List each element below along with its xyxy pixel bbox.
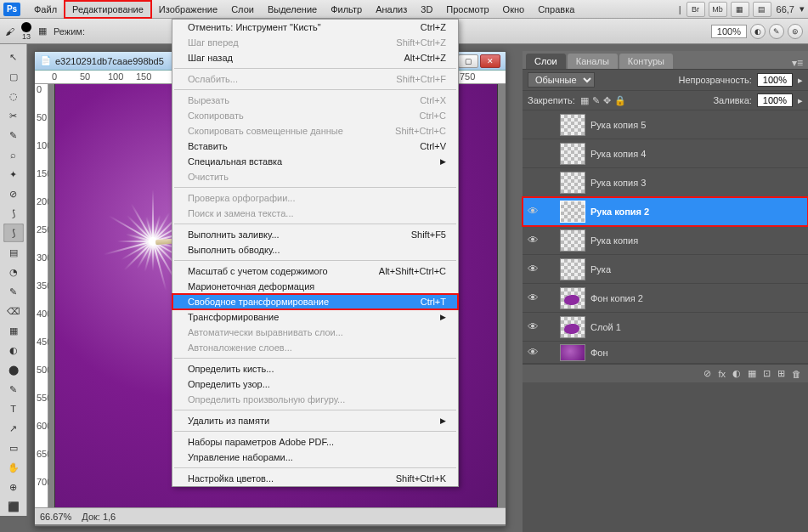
chevron-down-icon[interactable]: ▸ bbox=[798, 95, 803, 106]
layer-thumbnail[interactable] bbox=[560, 258, 585, 280]
tool-19[interactable]: ↗ bbox=[3, 419, 24, 438]
layer-name[interactable]: Рука копия 4 bbox=[590, 149, 646, 159]
layer-name[interactable]: Рука копия bbox=[590, 235, 638, 246]
menu-item[interactable]: Масштаб с учетом содержимогоAlt+Shift+Ct… bbox=[172, 263, 458, 279]
tool-3[interactable]: ✂ bbox=[3, 106, 24, 125]
layer-name[interactable]: Рука копия 2 bbox=[590, 207, 649, 217]
menu-редактирование[interactable]: Редактирование bbox=[64, 0, 152, 19]
zoom-gamut-icon[interactable]: ✎ bbox=[769, 24, 784, 39]
menu-окно[interactable]: Окно bbox=[496, 2, 532, 17]
workspace-button[interactable]: Mb bbox=[709, 2, 727, 17]
layer-row[interactable]: 👁Фон bbox=[523, 342, 808, 364]
layer-name[interactable]: Слой 1 bbox=[590, 322, 621, 332]
layer-row[interactable]: 👁Рука копия 2 bbox=[523, 197, 808, 226]
tool-21[interactable]: ✋ bbox=[3, 458, 24, 477]
layer-thumbnail[interactable] bbox=[560, 344, 585, 361]
menu-item[interactable]: Наборы параметров Adobe PDF... bbox=[172, 434, 458, 450]
layer-action-icon[interactable]: ⊡ bbox=[763, 368, 771, 379]
layer-row[interactable]: 👁Рука bbox=[523, 255, 808, 284]
menu-item[interactable]: Отменить: Инструмент "Кисть"Ctrl+Z bbox=[172, 20, 458, 35]
layer-thumbnail[interactable] bbox=[560, 114, 585, 136]
status-zoom[interactable]: 66.67% bbox=[40, 512, 71, 522]
menu-просмотр[interactable]: Просмотр bbox=[439, 2, 495, 17]
menu-файл[interactable]: Файл bbox=[27, 2, 64, 17]
layer-name[interactable]: Рука копия 5 bbox=[590, 120, 646, 130]
layer-thumbnail[interactable] bbox=[560, 316, 585, 338]
layer-name[interactable]: Фон копия 2 bbox=[590, 293, 643, 303]
layer-name[interactable]: Рука bbox=[590, 264, 611, 274]
close-button[interactable]: ✕ bbox=[480, 54, 500, 68]
tool-17[interactable]: ✎ bbox=[3, 380, 24, 399]
tool-11[interactable]: ◔ bbox=[3, 263, 24, 281]
layer-action-icon[interactable]: fx bbox=[718, 369, 726, 379]
panel-tab-Контуры[interactable]: Контуры bbox=[619, 54, 673, 69]
brush-panel-icon[interactable]: ▦ bbox=[38, 25, 47, 37]
menu-item[interactable]: Настройка цветов...Shift+Ctrl+K bbox=[172, 471, 458, 486]
layer-name[interactable]: Рука копия 3 bbox=[590, 178, 646, 188]
panel-tab-Слои[interactable]: Слои bbox=[526, 54, 566, 69]
layer-row[interactable]: 👁Рука копия bbox=[523, 226, 808, 255]
fill-value[interactable]: 100% bbox=[757, 93, 793, 107]
tool-1[interactable]: ▢ bbox=[3, 67, 24, 86]
layer-row[interactable]: Рука копия 4 bbox=[523, 139, 808, 168]
visibility-toggle[interactable]: 👁 bbox=[523, 320, 543, 333]
menu-item[interactable]: Выполнить заливку...Shift+F5 bbox=[172, 227, 458, 242]
menu-3d[interactable]: 3D bbox=[414, 2, 439, 17]
workspace-button[interactable]: ▦ bbox=[731, 2, 749, 17]
layer-action-icon[interactable]: 🗑 bbox=[792, 369, 801, 379]
layer-thumbnail[interactable] bbox=[560, 201, 585, 223]
menu-item[interactable]: Марионеточная деформация bbox=[172, 279, 458, 294]
tool-18[interactable]: T bbox=[3, 399, 24, 418]
menu-item[interactable]: Трансформирование▶ bbox=[172, 309, 458, 325]
lock-all-icon[interactable]: 🔒 bbox=[614, 95, 626, 106]
opacity-value[interactable]: 100% bbox=[757, 73, 793, 87]
menu-изображение[interactable]: Изображение bbox=[152, 2, 224, 17]
menu-item[interactable]: ВставитьCtrl+V bbox=[172, 139, 458, 154]
layer-thumbnail[interactable] bbox=[560, 172, 585, 194]
zoom-field[interactable]: 100% bbox=[711, 25, 747, 38]
chevron-down-icon[interactable]: ▸ bbox=[798, 75, 803, 86]
visibility-toggle[interactable]: 👁 bbox=[523, 205, 543, 218]
layer-thumbnail[interactable] bbox=[560, 143, 585, 165]
tool-13[interactable]: ⌫ bbox=[3, 302, 24, 320]
menu-item[interactable]: Шаг назадAlt+Ctrl+Z bbox=[172, 50, 458, 65]
zoom-target-icon[interactable]: ⊚ bbox=[788, 24, 803, 39]
tool-2[interactable]: ◌ bbox=[3, 87, 24, 105]
visibility-toggle[interactable]: 👁 bbox=[523, 234, 543, 246]
tool-16[interactable]: ⬤ bbox=[3, 360, 24, 379]
tool-10[interactable]: ▤ bbox=[3, 243, 24, 262]
ruler-vertical[interactable]: 0501001502002503003504004505005506006507… bbox=[35, 84, 48, 507]
layer-row[interactable]: 👁Слой 1 bbox=[523, 313, 808, 342]
menu-item[interactable]: Определить кисть... bbox=[172, 361, 458, 376]
menu-слои[interactable]: Слои bbox=[224, 2, 261, 17]
layer-row[interactable]: Рука копия 3 bbox=[523, 168, 808, 197]
menu-item[interactable]: Выполнить обводку... bbox=[172, 242, 458, 258]
visibility-toggle[interactable]: 👁 bbox=[523, 291, 543, 304]
layer-action-icon[interactable]: ◐ bbox=[732, 368, 741, 379]
layer-name[interactable]: Фон bbox=[590, 348, 608, 358]
menu-item[interactable]: Управление наборами... bbox=[172, 450, 458, 465]
layer-action-icon[interactable]: ⊞ bbox=[777, 368, 785, 379]
tool-8[interactable]: ⟆ bbox=[3, 204, 24, 223]
tool-9[interactable]: ⟆ bbox=[3, 224, 24, 242]
chevron-down-icon[interactable]: ▾ bbox=[800, 3, 805, 14]
blend-mode-select[interactable]: Обычные bbox=[528, 72, 595, 88]
tool-5[interactable]: ⌕ bbox=[3, 145, 24, 164]
tool-4[interactable]: ✎ bbox=[3, 126, 24, 144]
tool-7[interactable]: ⊘ bbox=[3, 184, 24, 203]
tool-12[interactable]: ✎ bbox=[3, 282, 24, 301]
tool-0[interactable]: ↖ bbox=[3, 48, 24, 66]
menu-выделение[interactable]: Выделение bbox=[261, 2, 324, 17]
tool-6[interactable]: ✦ bbox=[3, 165, 24, 184]
layer-row[interactable]: Рука копия 5 bbox=[523, 110, 808, 139]
layer-action-icon[interactable]: ▦ bbox=[748, 368, 756, 379]
layer-row[interactable]: 👁Фон копия 2 bbox=[523, 284, 808, 313]
brush-size-preview[interactable] bbox=[21, 22, 31, 32]
panel-tab-Каналы[interactable]: Каналы bbox=[568, 54, 618, 69]
layer-action-icon[interactable]: ⊘ bbox=[703, 368, 711, 379]
tool-22[interactable]: ⊕ bbox=[3, 478, 24, 496]
lock-position-icon[interactable]: ✥ bbox=[603, 95, 611, 106]
menu-item[interactable]: Удалить из памяти▶ bbox=[172, 413, 458, 428]
menu-фильтр[interactable]: Фильтр bbox=[324, 2, 369, 17]
maximize-button[interactable]: ▢ bbox=[458, 54, 478, 68]
